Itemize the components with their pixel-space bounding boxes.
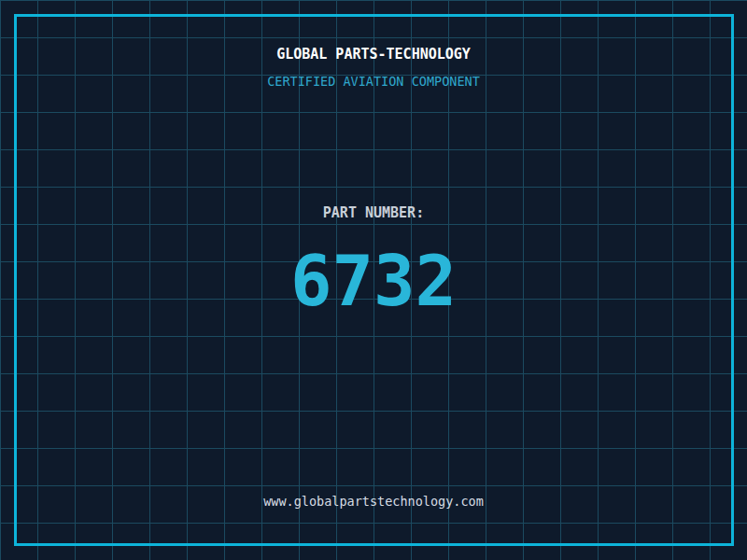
certification-subtitle: CERTIFIED AVIATION COMPONENT (0, 76, 747, 89)
company-title: GLOBAL PARTS-TECHNOLOGY (0, 48, 747, 62)
website-url: www.globalpartstechnology.com (0, 496, 747, 509)
part-number-value: 6732 (0, 246, 747, 315)
blueprint-panel: GLOBAL PARTS-TECHNOLOGY CERTIFIED AVIATI… (0, 0, 747, 560)
part-number-label: PART NUMBER: (0, 206, 747, 220)
